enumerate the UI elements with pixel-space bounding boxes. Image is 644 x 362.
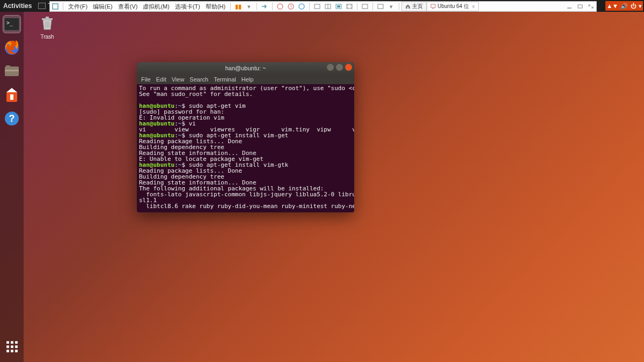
terminal-menu-help[interactable]: Help: [241, 76, 254, 83]
dock-software[interactable]: [3, 86, 21, 104]
terminal-title: han@ubuntu: ~: [137, 65, 354, 71]
svg-rect-12: [431, 4, 435, 8]
vm-menu-tabs[interactable]: 选项卡(T): [172, 3, 203, 11]
vm-tab-list-icon[interactable]: [52, 3, 59, 10]
vm-dropdown-icon[interactable]: ▾: [245, 3, 253, 10]
terminal-titlebar[interactable]: han@ubuntu: ~: [137, 62, 354, 74]
vm-stretch-dropdown-icon[interactable]: ▾: [387, 3, 395, 10]
vm-menu-file[interactable]: 文件(F): [65, 3, 90, 11]
svg-rect-10: [362, 4, 368, 9]
firefox-icon: [4, 40, 20, 56]
monitor-icon: [430, 4, 436, 9]
terminal-window: han@ubuntu: ~ File Edit View Search Term…: [137, 62, 354, 212]
svg-rect-8: [337, 5, 340, 8]
vm-tab-home[interactable]: 主页: [401, 2, 427, 11]
show-applications-button[interactable]: [3, 337, 21, 356]
vm-send-icon[interactable]: [261, 3, 268, 10]
svg-rect-4: [314, 4, 320, 9]
vm-tab-guest[interactable]: Ubuntu 64 位 ×: [427, 2, 479, 11]
power-icon[interactable]: ⏻: [631, 3, 636, 9]
dock-terminal[interactable]: >_: [3, 15, 21, 33]
vm-view-split-icon[interactable]: [324, 3, 332, 10]
terminal-content[interactable]: To run a command as administrator (user …: [137, 84, 354, 210]
terminal-menu-file[interactable]: File: [141, 76, 151, 83]
vm-snapshot-icon[interactable]: [276, 3, 284, 10]
vm-view-single-icon[interactable]: [313, 3, 321, 10]
volume-icon[interactable]: 🔊: [620, 3, 628, 10]
tray-dropdown-icon[interactable]: ▾: [639, 3, 642, 10]
svg-rect-25: [5, 70, 19, 71]
svg-text:?: ?: [9, 113, 15, 124]
apps-grid-icon: [6, 341, 18, 352]
vm-unity-icon[interactable]: [361, 3, 369, 10]
terminal-menu-terminal[interactable]: Terminal: [214, 76, 236, 83]
svg-rect-27: [10, 94, 13, 100]
vm-pause-icon[interactable]: ▮▮: [235, 3, 242, 10]
vm-menu-edit[interactable]: 编辑(E): [90, 3, 115, 11]
trash-label: Trash: [35, 34, 60, 40]
desktop-trash[interactable]: Trash: [35, 15, 60, 40]
svg-rect-11: [378, 4, 383, 9]
vm-menu-vm[interactable]: 虚拟机(M): [140, 3, 172, 11]
svg-rect-16: [42, 18, 53, 20]
svg-rect-15: [578, 5, 582, 8]
activities-button[interactable]: Activities: [3, 2, 32, 10]
vm-snapshot-manage-icon[interactable]: [287, 3, 295, 10]
vm-tab-close-icon[interactable]: ×: [472, 4, 475, 10]
vm-tab-home-label: 主页: [412, 3, 423, 10]
software-icon: [4, 87, 19, 103]
vm-fullscreen-icon[interactable]: [346, 3, 353, 10]
terminal-menu-edit[interactable]: Edit: [156, 76, 166, 83]
terminal-menubar: File Edit View Search Terminal Help: [137, 74, 354, 84]
vm-snapshot-revert-icon[interactable]: [298, 3, 305, 10]
files-icon: [4, 64, 20, 78]
network-icon[interactable]: ▲▼: [606, 3, 618, 9]
trash-icon: [39, 15, 56, 32]
dock-files[interactable]: [3, 62, 21, 80]
terminal-app-icon: >_: [4, 17, 20, 31]
dock-firefox[interactable]: [3, 39, 21, 57]
svg-rect-0: [53, 4, 58, 9]
svg-point-3: [299, 4, 304, 9]
vm-minimize-icon[interactable]: [566, 3, 573, 10]
window-minimize-button[interactable]: [327, 64, 334, 71]
svg-rect-26: [6, 65, 10, 68]
terminal-menu-search[interactable]: Search: [189, 76, 208, 83]
vm-host-toolbar: 文件(F) 编辑(E) 查看(V) 虚拟机(M) 选项卡(T) 帮助(H) ▮▮…: [49, 1, 597, 12]
window-close-button[interactable]: [345, 64, 352, 71]
svg-point-1: [277, 4, 283, 9]
vm-menu-help[interactable]: 帮助(H): [203, 3, 228, 11]
vm-maximize-icon[interactable]: [587, 3, 595, 10]
vm-restore-icon[interactable]: [576, 3, 584, 10]
vm-menu-view[interactable]: 查看(V): [115, 3, 141, 11]
window-maximize-button[interactable]: [336, 64, 343, 71]
vm-view-console-icon[interactable]: [335, 3, 342, 10]
terminal-icon: [38, 3, 46, 9]
svg-text:>_: >_: [6, 20, 13, 26]
help-icon: ?: [4, 110, 20, 127]
dock-help[interactable]: ?: [3, 109, 21, 128]
svg-rect-17: [46, 17, 49, 18]
vm-stretch-icon[interactable]: [377, 3, 384, 10]
vm-tab-guest-label: Ubuntu 64 位: [437, 3, 469, 10]
ubuntu-dock: >_ ?: [0, 12, 24, 362]
host-tray: ▲▼ 🔊 ⏻ ▾: [605, 1, 643, 11]
terminal-menu-view[interactable]: View: [172, 76, 185, 83]
home-icon: [405, 4, 411, 9]
